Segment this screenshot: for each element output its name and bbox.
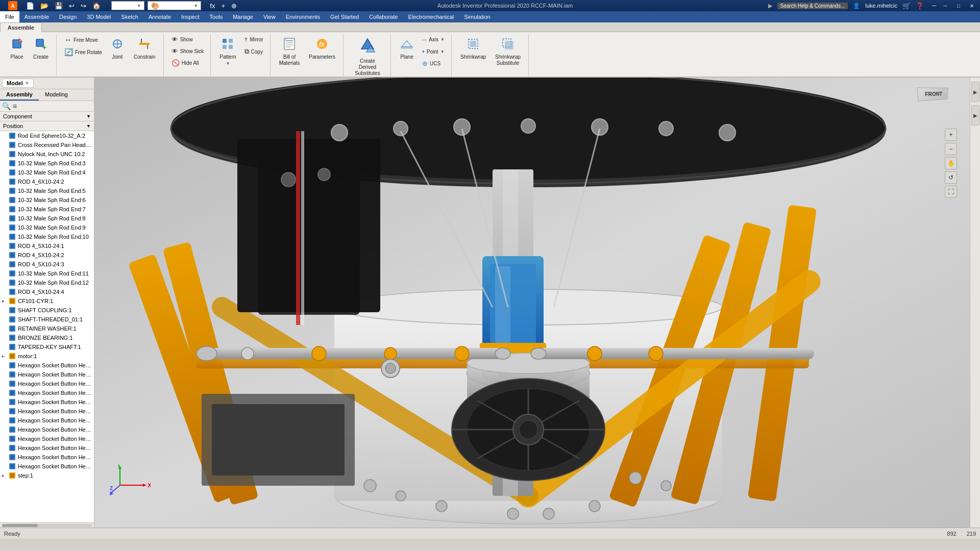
model-tab-close-btn[interactable]: ✕	[25, 81, 29, 86]
material-selector[interactable]: Material ▼	[111, 1, 144, 10]
tree-item[interactable]: Hexagon Socket Button Head Cap Scre	[0, 425, 94, 434]
viewcube-front-face[interactable]: FRONT	[917, 88, 948, 102]
tree-item[interactable]: Nylock Nut, Inch UNC 10:2	[0, 149, 94, 159]
menu-view[interactable]: View	[258, 11, 281, 22]
menu-design[interactable]: Design	[54, 11, 82, 22]
sidebar-tab-modeling[interactable]: Modeling	[39, 89, 74, 101]
home-button[interactable]: 🏠	[91, 1, 102, 11]
save-button[interactable]: 💾	[53, 1, 64, 11]
tree-item[interactable]: 10-32 Male Sph Rod End:11	[0, 269, 94, 278]
tree-item[interactable]: Hexagon Socket Button Head Cap Scre	[0, 443, 94, 453]
tree-item[interactable]: ROD 4_5X10-24:2	[0, 251, 94, 260]
plane-button[interactable]: Plane	[396, 34, 418, 63]
menu-3dmodel[interactable]: 3D Model	[82, 11, 116, 22]
redo-button[interactable]: ↪	[79, 1, 88, 11]
undo-button[interactable]: ↩	[67, 1, 76, 11]
search-help-input[interactable]: Search Help & Commands...	[777, 3, 848, 9]
tree-item[interactable]: ROD 4_6X10-24:2	[0, 177, 94, 186]
model-tab[interactable]: Model ✕	[2, 79, 34, 88]
right-panel-btn2[interactable]: ▶	[971, 105, 979, 126]
pan-button[interactable]: ✋	[945, 157, 957, 169]
create-button[interactable]: + Create	[30, 34, 52, 63]
tree-item[interactable]: ROD 4_5X10-24:1	[0, 241, 94, 251]
right-panel-btn1[interactable]: ▶	[971, 82, 979, 102]
zoom-out-button[interactable]: −	[945, 143, 957, 155]
help-button[interactable]: ❓	[916, 2, 924, 10]
tree-options-button[interactable]: ≡	[13, 102, 17, 110]
menu-inspect[interactable]: Inspect	[176, 11, 204, 22]
tree-item[interactable]: ROD 4_5X10-24:3	[0, 260, 94, 269]
tree-item[interactable]: 10-32 Male Sph Rod End:7	[0, 205, 94, 214]
place-button[interactable]: Place	[6, 34, 28, 63]
position-selector[interactable]: Position ▼	[0, 121, 94, 131]
pattern-button[interactable]: Pattern ▼	[216, 34, 239, 68]
tree-item[interactable]: Hexagon Socket Button Head Cap Scre	[0, 453, 94, 462]
parameters-button[interactable]: fx Parameters	[305, 34, 339, 63]
close-button[interactable]: ✕	[968, 2, 976, 9]
fit-button[interactable]: ⛶	[945, 186, 957, 198]
formula-btn2[interactable]: +	[219, 1, 227, 11]
tree-item[interactable]: Hexagon Socket Button Head Cap Scre	[0, 379, 94, 388]
sidebar-tab-assembly[interactable]: Assembly	[0, 89, 39, 101]
hide-all-button[interactable]: 🚫 Hide All	[169, 58, 207, 68]
tree-item[interactable]: 10-32 Male Sph Rod End:5	[0, 186, 94, 195]
new-button[interactable]: 📄	[24, 1, 36, 11]
menu-assemble[interactable]: Assemble	[19, 11, 54, 22]
tree-item[interactable]: Hexagon Socket Button Head Cap Scre	[0, 462, 94, 471]
rotate-view-button[interactable]: ↺	[945, 171, 957, 184]
formula-btn3[interactable]: ⊕	[230, 1, 238, 11]
menu-annotate[interactable]: Annotate	[143, 11, 176, 22]
viewcube[interactable]: FRONT	[919, 88, 954, 123]
tree-item[interactable]: SHAFT COUPLING:1	[0, 306, 94, 315]
menu-environments[interactable]: Environments	[281, 11, 325, 22]
tree-item[interactable]: TAPERED-KEY SHAFT:1	[0, 342, 94, 352]
menu-getstarted[interactable]: Get Started	[325, 11, 364, 22]
tree-item[interactable]: Hexagon Socket Button Head Cap Scre	[0, 407, 94, 416]
point-button[interactable]: • Point ▼	[420, 46, 447, 57]
tree-item[interactable]: Cross Recessed Pan Head Machine Scr	[0, 140, 94, 149]
tree-item[interactable]: 10-32 Male Sph Rod End:6	[0, 195, 94, 205]
menu-simulation[interactable]: Simulation	[459, 11, 495, 22]
axis-button[interactable]: ─ Axis ▼	[420, 34, 447, 45]
appearance-selector[interactable]: 🎨 Appearance ▼	[148, 1, 201, 10]
tree-item[interactable]: 10-32 Male Sph Rod End:4	[0, 168, 94, 177]
shrinkwrap-sub-button[interactable]: ShrinkwrapSubstitute	[492, 34, 524, 69]
open-button[interactable]: 📂	[39, 1, 50, 11]
tree-item[interactable]: ROD 4_5X10-24:4	[0, 287, 94, 296]
copy-button[interactable]: ⧉ Copy	[242, 46, 266, 57]
free-move-button[interactable]: ↔ Free Move	[62, 34, 105, 45]
minimize-button[interactable]: ─	[941, 2, 949, 9]
tree-item[interactable]: SHAFT-THREADED_01:1	[0, 315, 94, 324]
tree-item[interactable]: ▸CF101-CYR:1	[0, 296, 94, 306]
tree-item[interactable]: 10-32 Male Sph Rod End:12	[0, 278, 94, 287]
tree-item[interactable]: RETAINER WASHER:1	[0, 324, 94, 333]
joint-button[interactable]: Joint	[107, 34, 128, 63]
mirror-button[interactable]: ⫯ Mirror	[242, 34, 266, 45]
tree-item[interactable]: Hexagon Socket Button Head Cap Scre	[0, 361, 94, 370]
search-tree-button[interactable]: 🔍	[2, 102, 11, 110]
tree-item[interactable]: BRONZE BEARING:1	[0, 333, 94, 342]
tree-item[interactable]: ▸step:1	[0, 471, 94, 480]
viewport[interactable]: 🏠 RCCF-MAIN.iam ✕ step.ipt	[94, 78, 970, 528]
component-selector[interactable]: Component ▼	[0, 112, 94, 121]
show-button[interactable]: 👁 Show	[169, 34, 207, 45]
menu-manage[interactable]: Manage	[228, 11, 258, 22]
menu-collaborate[interactable]: Collaborate	[364, 11, 403, 22]
tree-item[interactable]: 10-32 Male Sph Rod End:10	[0, 232, 94, 241]
zoom-in-button[interactable]: +	[945, 129, 957, 141]
tree-item[interactable]: Hexagon Socket Button Head Cap Scre	[0, 416, 94, 425]
tree-item[interactable]: Hexagon Socket Button Head Cap Scre	[0, 397, 94, 407]
tree-item[interactable]: 10-32 Male Sph Rod End:9	[0, 223, 94, 232]
tab-assemble[interactable]: Assemble	[0, 22, 42, 32]
menu-tools[interactable]: Tools	[205, 11, 228, 22]
tree-item[interactable]: Hexagon Socket Button Head Cap Scre	[0, 370, 94, 379]
menu-sketch[interactable]: Sketch	[116, 11, 143, 22]
tree-item[interactable]: Hexagon Socket Button Head Cap Scre	[0, 434, 94, 443]
create-derived-button[interactable]: Create DerivedSubstitutes	[349, 34, 386, 79]
insert-func-button[interactable]: fx	[208, 1, 216, 11]
menu-file[interactable]: File	[0, 11, 19, 22]
show-sick-button[interactable]: 👁 Show Sick	[169, 46, 207, 57]
tree-item[interactable]: Hexagon Socket Button Head Cap Scre	[0, 388, 94, 397]
tree-item[interactable]: 10-32 Male Sph Rod End:3	[0, 159, 94, 168]
maximize-button[interactable]: □	[954, 2, 963, 9]
